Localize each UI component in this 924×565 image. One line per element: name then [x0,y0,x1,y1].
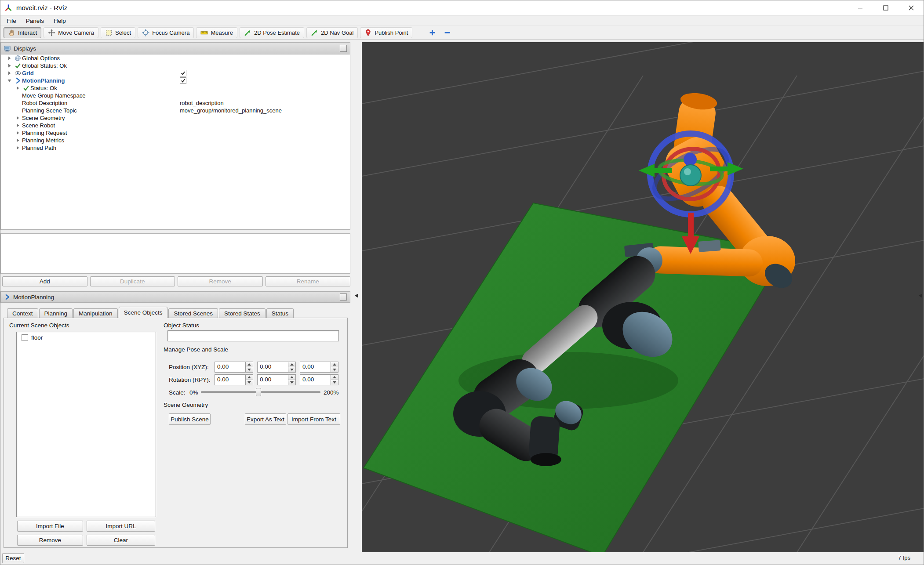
displays-panel-header[interactable]: Displays [0,42,350,54]
tree-row-planning-metrics[interactable]: Planning Metrics [1,137,350,144]
tab-stored-scenes[interactable]: Stored Scenes [168,308,218,318]
scene-object-item-floor[interactable]: floor [17,332,156,341]
scene-objects-list[interactable]: floor [16,332,156,517]
publish-scene-button[interactable]: Publish Scene [169,413,211,425]
spin-down-button[interactable] [288,380,295,385]
remove-button[interactable]: Remove [17,535,83,546]
tree-row-scene-robot[interactable]: Scene Robot [1,122,350,129]
property-value[interactable]: move_group/monitored_planning_scene [180,107,282,114]
tool-remove-tool-minus[interactable] [441,27,454,38]
spin-up-button[interactable] [331,362,338,367]
position-y-spinbox[interactable]: 0.00 [257,362,296,373]
tree-row-planning-request[interactable]: Planning Request [1,129,350,137]
tree-row-status-ok[interactable]: Status: Ok [1,84,350,92]
tool-add-tool-plus[interactable] [426,27,439,38]
maximize-button[interactable] [873,0,899,15]
rotation-y-spinbox[interactable]: 0.00 [300,374,338,385]
expander-collapsed-icon[interactable] [14,145,22,151]
tree-row-motionplanning[interactable]: MotionPlanning [1,77,350,84]
tab-context[interactable]: Context [7,308,38,318]
panel-collapse-arrow-right[interactable] [918,293,923,298]
close-button[interactable] [899,0,924,15]
tool-move-camera[interactable]: Move Camera [44,27,98,38]
scene-objects-tab-panel: Current Scene Objects floor Import FileI… [4,318,348,548]
expander-collapsed-icon[interactable] [14,85,22,91]
expander-collapsed-icon[interactable] [5,55,14,61]
scene-object-checkbox[interactable] [22,334,28,341]
position-x-spinbox[interactable]: 0.00 [215,362,253,373]
position-z-spinbox[interactable]: 0.00 [300,362,338,373]
display-enabled-checkbox[interactable] [180,77,186,84]
tree-row-planned-path[interactable]: Planned Path [1,144,350,152]
expander-collapsed-icon[interactable] [14,130,22,136]
minimize-button[interactable] [848,0,873,15]
tool-2d-nav-goal[interactable]: 2D Nav Goal [306,27,358,38]
spin-up-button[interactable] [245,375,253,380]
tool-2d-pose-estimate[interactable]: 2D Pose Estimate [240,27,304,38]
export-as-text-button[interactable]: Export As Text [245,413,286,425]
spin-up-button[interactable] [288,375,295,380]
spinbox-value[interactable]: 0.00 [215,375,245,385]
spin-down-button[interactable] [331,380,338,385]
menu-item-file[interactable]: File [2,17,21,25]
tab-stored-states[interactable]: Stored States [219,308,266,318]
rotation-p-spinbox[interactable]: 0.00 [257,374,296,385]
clear-button[interactable]: Clear [87,535,155,546]
import-file-button[interactable]: Import File [17,521,83,532]
import-url-button[interactable]: Import URL [87,521,155,532]
panel-collapse-arrow-left[interactable] [354,293,359,298]
import-from-text-button[interactable]: Import From Text [287,413,340,425]
tab-planning[interactable]: Planning [39,308,73,318]
motionplanning-float-button[interactable] [340,293,347,301]
scene-object-label: floor [31,334,43,341]
spin-up-button[interactable] [245,362,253,367]
spinbox-value[interactable]: 0.00 [215,362,245,372]
property-value[interactable]: robot_description [180,100,224,106]
tool-publish-point[interactable]: Publish Point [360,27,412,38]
tab-status[interactable]: Status [266,308,294,318]
3d-viewport[interactable] [362,42,924,552]
scale-slider[interactable] [201,388,320,397]
tab-manipulation[interactable]: Manipulation [73,308,118,318]
spin-down-button[interactable] [288,367,295,372]
expander-expanded-icon[interactable] [5,78,14,83]
spin-down-button[interactable] [245,380,253,385]
spinbox-value[interactable]: 0.00 [300,362,331,372]
reset-button[interactable]: Reset [2,553,24,563]
spin-up-button[interactable] [288,362,295,367]
spinbox-value[interactable]: 0.00 [258,375,288,385]
spin-down-button[interactable] [331,367,338,372]
expander-collapsed-icon[interactable] [14,115,22,121]
motionplanning-panel-header[interactable]: MotionPlanning [0,291,350,303]
scale-label: Scale: [169,389,186,396]
tool-measure[interactable]: Measure [196,27,237,38]
menu-item-help[interactable]: Help [49,17,71,25]
3d-scene-svg [362,42,924,552]
expander-collapsed-icon[interactable] [5,63,14,69]
tree-row-planning-scene-topic[interactable]: Planning Scene Topicmove_group/monitored… [1,107,350,114]
tool-select[interactable]: Select [101,27,135,38]
expander-collapsed-icon[interactable] [14,123,22,128]
spin-up-button[interactable] [331,375,338,380]
tree-row-scene-geometry[interactable]: Scene Geometry [1,114,350,122]
spinbox-value[interactable]: 0.00 [258,362,288,372]
spinbox-value[interactable]: 0.00 [300,375,331,385]
tree-row-global-status-ok[interactable]: Global Status: Ok [1,62,350,69]
tool-interact[interactable]: Interact [4,27,41,38]
tab-scene-objects[interactable]: Scene Objects [119,307,168,318]
tree-label: Scene Robot [22,122,55,129]
menu-item-panels[interactable]: Panels [21,17,49,25]
tree-row-global-options[interactable]: Global Options [1,54,350,62]
displays-float-button[interactable] [340,45,347,52]
tree-row-robot-description[interactable]: Robot Descriptionrobot_description [1,99,350,107]
tool-focus-camera[interactable]: Focus Camera [138,27,194,38]
tree-row-grid[interactable]: Grid [1,69,350,77]
rotation-r-spinbox[interactable]: 0.00 [215,374,253,385]
tree-row-move-group-namespace[interactable]: Move Group Namespace [1,92,350,99]
add-display-button[interactable]: Add [2,276,87,286]
expander-collapsed-icon[interactable] [5,70,14,76]
expander-collapsed-icon[interactable] [14,138,22,143]
scale-slider-handle[interactable] [256,388,261,396]
display-enabled-checkbox[interactable] [180,70,186,76]
spin-down-button[interactable] [245,367,253,372]
